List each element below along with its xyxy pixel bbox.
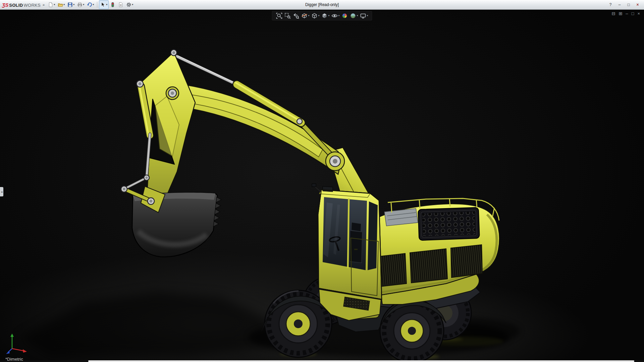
toolbar-print-button[interactable]: ▾ bbox=[76, 0, 86, 9]
previous-view-icon bbox=[292, 12, 299, 19]
toolbar-save-button[interactable]: ▾ bbox=[66, 0, 76, 9]
caret-icon: ▾ bbox=[367, 14, 368, 17]
toolbar-open-button[interactable]: ▾ bbox=[56, 0, 66, 9]
print-icon bbox=[77, 2, 83, 7]
rebuild-stoplight-icon bbox=[110, 2, 115, 7]
section-view-icon bbox=[301, 12, 308, 19]
close-document-button[interactable]: × bbox=[637, 11, 640, 16]
open-folder-icon bbox=[58, 2, 63, 7]
save-icon bbox=[67, 2, 73, 7]
caret-icon: ▾ bbox=[83, 3, 84, 6]
select-cursor-icon bbox=[100, 2, 106, 7]
solidworks-logo-mark: ƷS bbox=[2, 2, 8, 8]
display-style-button[interactable]: ▾ bbox=[320, 12, 330, 20]
undo-icon bbox=[87, 2, 92, 7]
caret-icon: ▾ bbox=[357, 14, 358, 17]
restore-button[interactable]: □ bbox=[626, 2, 631, 7]
view-orientation-icon bbox=[311, 12, 318, 19]
new-document-icon bbox=[48, 2, 53, 7]
zoom-to-fit-button[interactable] bbox=[275, 12, 283, 20]
close-button[interactable]: × bbox=[635, 2, 640, 7]
view-settings-button[interactable]: ▾ bbox=[359, 12, 369, 20]
title-bar: ƷS SOLID WORKS » ▾ ▾ ▾ ▾ bbox=[0, 0, 644, 10]
view-orientation-label: *Dimetric bbox=[5, 357, 23, 362]
caret-icon: ▾ bbox=[73, 3, 74, 6]
toolbar-options-button[interactable]: ▾ bbox=[125, 0, 135, 9]
apply-scene-icon bbox=[350, 12, 357, 19]
solidworks-logo: ƷS SOLID WORKS bbox=[2, 2, 41, 8]
section-view-button[interactable]: ▾ bbox=[300, 12, 310, 20]
zoom-to-fit-icon bbox=[276, 12, 282, 19]
horizontal-scrollbar bbox=[0, 360, 644, 362]
help-button[interactable]: ? bbox=[608, 2, 613, 7]
cab bbox=[312, 184, 382, 299]
caret-icon: ▾ bbox=[308, 14, 309, 17]
file-properties-icon bbox=[118, 2, 123, 7]
graphics-area[interactable]: ▾ ▾ ▾ ▾ bbox=[0, 9, 644, 362]
caret-icon: ▾ bbox=[93, 3, 94, 6]
restore-document-button[interactable]: □ bbox=[632, 11, 634, 16]
minimize-button[interactable]: – bbox=[617, 2, 622, 7]
toolbar-overflow-chevron[interactable]: » bbox=[43, 3, 45, 7]
toolbar-separator bbox=[97, 2, 97, 8]
view-orientation-button[interactable]: ▾ bbox=[310, 12, 320, 20]
tile-windows-button[interactable]: ⊞ bbox=[619, 11, 622, 16]
edit-appearance-button[interactable] bbox=[341, 12, 349, 20]
toolbar-new-document-button[interactable]: ▾ bbox=[47, 0, 56, 9]
document-title: Digger [Read-only] bbox=[305, 0, 339, 9]
hide-show-items-button[interactable]: ▾ bbox=[331, 12, 340, 20]
window-controls: ? – □ × bbox=[608, 2, 642, 7]
panel-collapse-arrow[interactable]: ◂ bbox=[0, 187, 3, 196]
caret-icon: ▾ bbox=[132, 3, 133, 6]
zoom-to-area-icon bbox=[284, 12, 291, 19]
caret-icon: ▾ bbox=[63, 3, 65, 6]
view-settings-icon bbox=[360, 12, 367, 19]
display-style-icon bbox=[321, 12, 328, 19]
reference-triad bbox=[5, 332, 32, 355]
options-gear-icon bbox=[126, 2, 131, 7]
caret-icon: ▾ bbox=[338, 14, 340, 17]
heads-up-view-toolbar: ▾ ▾ ▾ ▾ bbox=[272, 11, 372, 20]
toolbar-undo-button[interactable]: ▾ bbox=[86, 0, 95, 9]
digger-3d-model[interactable] bbox=[0, 9, 644, 362]
apply-scene-button[interactable]: ▾ bbox=[349, 12, 359, 20]
caret-icon: ▾ bbox=[318, 14, 319, 17]
horizontal-scrollbar-thumb[interactable] bbox=[88, 360, 634, 362]
edit-appearance-icon bbox=[341, 12, 348, 19]
toolbar-select-button[interactable]: ▾ bbox=[99, 0, 109, 9]
caret-icon: ▾ bbox=[54, 3, 55, 6]
caret-icon: ▾ bbox=[106, 3, 107, 6]
zoom-to-area-button[interactable] bbox=[283, 12, 291, 20]
toolbar-file-properties-button[interactable] bbox=[117, 0, 125, 9]
previous-view-button[interactable] bbox=[292, 12, 300, 20]
toolbar-rebuild-button[interactable] bbox=[109, 0, 117, 9]
document-window-controls: ⊟ ⊞ – □ × bbox=[612, 11, 640, 16]
cascade-windows-button[interactable]: ⊟ bbox=[612, 11, 615, 16]
caret-icon: ▾ bbox=[328, 14, 329, 17]
minimize-document-button[interactable]: – bbox=[626, 11, 628, 16]
hide-show-items-icon bbox=[331, 12, 338, 19]
